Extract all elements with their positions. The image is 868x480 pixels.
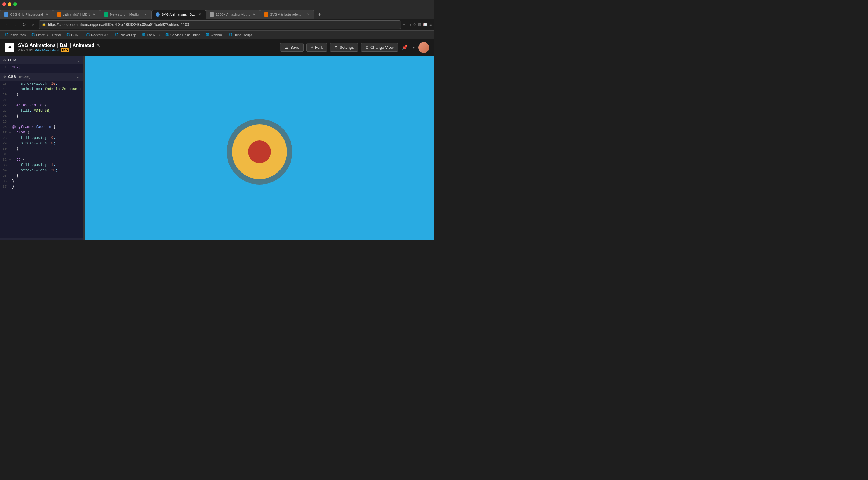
- line-number: 23: [0, 109, 9, 113]
- js-section-title: JS: [8, 240, 13, 240]
- html-code-area[interactable]: 1 <svg: [0, 64, 83, 73]
- traffic-light-green[interactable]: [13, 2, 17, 6]
- tab-close-icon[interactable]: ✕: [45, 12, 49, 16]
- js-collapse-icon[interactable]: ⌄: [76, 239, 80, 240]
- browser-tab-codepen[interactable]: SVG Animations | Ball | Anim... ✕: [152, 10, 206, 19]
- line-number: 31: [0, 152, 9, 156]
- code-line-19: 19 animation: fade-in 2s ease-out infini…: [0, 87, 83, 93]
- css-code-area[interactable]: 18 stroke-width: 20;19 animation: fade-i…: [0, 81, 83, 191]
- code-line-36: 36}: [0, 179, 83, 184]
- code-line-35: 35 }: [0, 174, 83, 179]
- extensions-icon[interactable]: ⋯: [403, 23, 407, 27]
- bookmark-office365[interactable]: 🌐 Office 365 Portal: [29, 33, 63, 37]
- fold-arrow[interactable]: [9, 65, 12, 66]
- browser-tab-svg-attr[interactable]: SVG Attribute reference | M... ✕: [260, 10, 314, 19]
- bookmark-service-desk[interactable]: 🌐 Service Desk Online: [163, 33, 203, 37]
- line-number: 26: [0, 125, 9, 129]
- forward-button[interactable]: ›: [11, 21, 19, 28]
- fold-arrow[interactable]: [9, 141, 12, 142]
- fold-arrow[interactable]: [9, 136, 12, 136]
- browser-tab-nth-child[interactable]: :nth-child() | MDN ✕: [53, 10, 100, 19]
- fold-arrow[interactable]: ▾: [9, 158, 12, 162]
- code-line-31: 31: [0, 152, 83, 158]
- code-content: animation: fade-in 2s ease-out infinite;: [12, 87, 83, 91]
- traffic-light-red[interactable]: [2, 2, 6, 6]
- js-section-header[interactable]: ⚙ JS ⌄: [0, 238, 83, 240]
- sidebar-toggle[interactable]: ▥: [418, 23, 421, 27]
- fold-arrow[interactable]: [9, 147, 12, 147]
- code-content: }: [12, 174, 83, 178]
- fold-arrow[interactable]: ▾: [9, 125, 12, 129]
- fold-arrow[interactable]: [9, 81, 12, 82]
- bookmark-webmail[interactable]: 🌐 Webmail: [203, 33, 226, 37]
- tab-close-icon[interactable]: ✕: [306, 12, 310, 16]
- fold-arrow[interactable]: [9, 93, 12, 93]
- tab-close-icon[interactable]: ✕: [198, 12, 202, 16]
- fold-arrow[interactable]: [9, 163, 12, 164]
- fold-arrow[interactable]: [9, 98, 12, 99]
- bookmark-racker-gps[interactable]: 🌐 Racker GPS: [84, 33, 112, 37]
- tab-close-icon[interactable]: ✕: [252, 12, 256, 16]
- fold-arrow[interactable]: [9, 184, 12, 185]
- author-name-link[interactable]: Mike Mangialardi: [34, 48, 59, 52]
- bookmark-rackerapp[interactable]: 🌐 RackerApp: [113, 33, 138, 37]
- pen-title: SVG Animations | Ball | Animated ✎: [18, 43, 276, 48]
- js-settings-icon[interactable]: ⚙: [3, 240, 6, 240]
- css-section-sub: (SCSS): [19, 75, 30, 78]
- browser-tab-medium[interactable]: New story – Medium ✕: [100, 10, 152, 19]
- code-line-37: 37}: [0, 184, 83, 190]
- back-button[interactable]: ‹: [2, 21, 10, 28]
- css-settings-icon[interactable]: ⚙: [3, 75, 6, 79]
- edit-title-icon[interactable]: ✎: [97, 43, 100, 48]
- main-layout: ⚙ HTML ⌄ 1 <svg ⚙ CSS (SCSS): [0, 56, 434, 240]
- fold-arrow[interactable]: [9, 103, 12, 104]
- html-section-header[interactable]: ⚙ HTML ⌄: [0, 56, 83, 64]
- code-content: }: [12, 114, 83, 118]
- css-section-header[interactable]: ⚙ CSS (SCSS) ⌄: [0, 73, 83, 81]
- bookmark-label: Hunt Groups: [234, 33, 252, 37]
- browser-tab-css-grid[interactable]: CSS Grid Playground ✕: [0, 10, 53, 19]
- bookmark-hunt-groups[interactable]: 🌐 Hunt Groups: [226, 33, 255, 37]
- bookmark-insiderack[interactable]: 🌐 InsideRack: [2, 33, 28, 37]
- reload-button[interactable]: ↻: [21, 21, 28, 28]
- browser-tab-motion[interactable]: 1000+ Amazing Motion Ph... ✕: [206, 10, 260, 19]
- save-button[interactable]: ☁ Save: [280, 43, 304, 52]
- fork-button[interactable]: ⑂ Fork: [306, 43, 327, 52]
- tab-title: CSS Grid Playground: [10, 13, 43, 16]
- fold-arrow[interactable]: [9, 87, 12, 88]
- traffic-light-yellow[interactable]: [8, 2, 11, 6]
- fold-arrow[interactable]: [9, 174, 12, 174]
- fold-arrow[interactable]: ▾: [9, 130, 12, 135]
- bookmark-the-rec[interactable]: 🌐 The REC: [139, 33, 162, 37]
- fold-arrow[interactable]: [9, 179, 12, 180]
- user-avatar[interactable]: [418, 42, 429, 53]
- change-view-label: Change View: [370, 45, 394, 50]
- url-bar[interactable]: 🔒 https://codepen.io/mikemang/pen/a6992d…: [38, 21, 401, 29]
- fold-arrow[interactable]: [9, 119, 12, 120]
- tab-close-icon[interactable]: ✕: [92, 12, 96, 16]
- bookmark-core[interactable]: 🌐 CORE: [64, 33, 83, 37]
- pin-button[interactable]: 📌: [401, 43, 409, 52]
- fold-arrow[interactable]: [9, 109, 12, 109]
- fold-arrow[interactable]: [9, 114, 12, 115]
- settings-icon: ⚙: [334, 45, 338, 50]
- fold-arrow[interactable]: [9, 168, 12, 169]
- css-code-scroll[interactable]: 18 stroke-width: 20;19 animation: fade-i…: [0, 81, 83, 238]
- settings-button[interactable]: ⚙ Settings: [330, 43, 358, 52]
- reader-view-icon[interactable]: 📖: [423, 23, 428, 27]
- tab-close-icon[interactable]: ✕: [144, 12, 148, 16]
- fold-arrow[interactable]: [9, 152, 12, 153]
- bookmark-icon[interactable]: ☆: [413, 23, 416, 27]
- html-settings-icon[interactable]: ⚙: [3, 58, 6, 62]
- code-content: }: [12, 184, 83, 189]
- pocket-icon[interactable]: ◇: [408, 23, 411, 27]
- home-button[interactable]: ⌂: [30, 21, 37, 28]
- code-line-1: 1 <svg: [0, 65, 83, 70]
- expand-button[interactable]: ▾: [411, 44, 416, 51]
- change-view-button[interactable]: ⊡ Change View: [361, 43, 398, 52]
- css-collapse-icon[interactable]: ⌄: [76, 74, 80, 79]
- menu-button[interactable]: ≡: [430, 23, 432, 27]
- new-tab-button[interactable]: +: [315, 10, 324, 19]
- html-collapse-icon[interactable]: ⌄: [76, 58, 80, 63]
- codepen-logo[interactable]: ✦: [5, 43, 14, 53]
